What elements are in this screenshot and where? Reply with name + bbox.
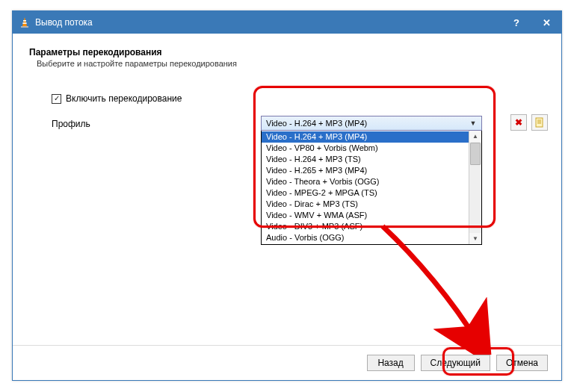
delete-profile-button[interactable]: ✖ <box>510 114 527 131</box>
list-item[interactable]: Video - H.264 + MP3 (TS) <box>262 154 469 165</box>
page-heading: Параметры перекодирования <box>29 47 545 57</box>
cancel-button[interactable]: Отмена <box>496 355 548 371</box>
window-title: Вывод потока <box>35 17 93 28</box>
list-item[interactable]: Video - DIV3 + MP3 (ASF) <box>262 221 469 232</box>
list-item[interactable]: Video - H.264 + MP3 (MP4) <box>262 131 469 143</box>
profile-options: Video - H.264 + MP3 (MP4) Video - VP80 +… <box>262 131 469 244</box>
profile-dropdown-list: Video - H.264 + MP3 (MP4) Video - VP80 +… <box>261 131 482 245</box>
help-button[interactable]: ? <box>502 11 531 34</box>
scroll-up-icon[interactable]: ▲ <box>469 131 481 142</box>
dropdown-scrollbar[interactable]: ▲ ▼ <box>469 131 481 244</box>
titlebar: Вывод потока ? ✕ <box>13 11 561 34</box>
profile-combo-wrap: Video - H.264 + MP3 (MP4) ▼ Video - H.26… <box>261 116 482 245</box>
svg-rect-4 <box>536 118 543 127</box>
list-item[interactable]: Video - Theora + Vorbis (OGG) <box>262 176 469 187</box>
list-item[interactable]: Video - MPEG-2 + MPGA (TS) <box>262 187 469 199</box>
chevron-down-icon: ▼ <box>468 119 478 127</box>
enable-transcoding-row: ✓ Включить перекодирование <box>52 93 545 104</box>
close-button[interactable]: ✕ <box>531 11 561 34</box>
profile-combobox[interactable]: Video - H.264 + MP3 (MP4) ▼ <box>261 116 482 131</box>
list-item[interactable]: Video - H.265 + MP3 (MP4) <box>262 165 469 176</box>
svg-marker-0 <box>22 17 27 26</box>
next-button[interactable]: Следующий <box>421 355 490 371</box>
list-item[interactable]: Video - Dirac + MP3 (TS) <box>262 199 469 210</box>
profile-selected-text: Video - H.264 + MP3 (MP4) <box>266 119 468 128</box>
svg-rect-2 <box>22 22 26 24</box>
bottom-bar: Назад Следующий Отмена <box>367 355 548 371</box>
svg-rect-3 <box>21 26 28 28</box>
enable-transcoding-checkbox[interactable]: ✓ <box>52 94 61 104</box>
page-subheading: Выберите и настройте параметры перекодир… <box>37 59 545 68</box>
content-area: Параметры перекодирования Выберите и нас… <box>13 34 561 104</box>
dialog-window: Вывод потока ? ✕ Параметры перекодирован… <box>12 10 562 381</box>
list-item[interactable]: Audio - Vorbis (OGG) <box>262 232 469 243</box>
svg-rect-1 <box>23 20 26 22</box>
list-item[interactable]: Video - VP80 + Vorbis (Webm) <box>262 143 469 154</box>
new-profile-button[interactable] <box>531 114 548 131</box>
enable-transcoding-label: Включить перекодирование <box>66 93 182 104</box>
new-document-icon <box>534 117 545 128</box>
scroll-thumb[interactable] <box>470 143 481 165</box>
vlc-cone-icon <box>19 16 31 28</box>
list-item[interactable]: Video - WMV + WMA (ASF) <box>262 210 469 221</box>
back-button[interactable]: Назад <box>367 355 415 371</box>
profile-toolbar: ✖ <box>490 114 548 131</box>
profile-label: Профиль <box>52 119 90 129</box>
scroll-down-icon[interactable]: ▼ <box>469 233 481 244</box>
separator <box>13 345 561 346</box>
